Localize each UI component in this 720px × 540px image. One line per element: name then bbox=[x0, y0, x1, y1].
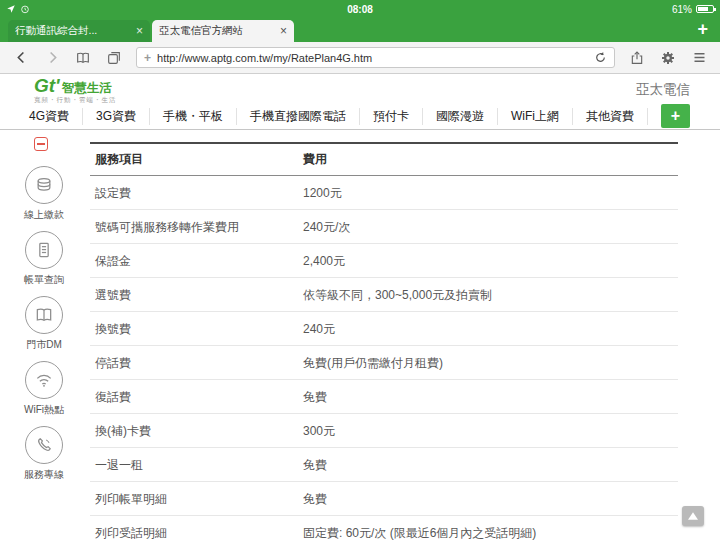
table-row: 換(補)卡費 300元 bbox=[90, 414, 678, 448]
cell-fee: 免費 bbox=[298, 380, 678, 413]
fee-line-1: 固定費: 60元/次 (限最近6個月內之受話明細) bbox=[303, 526, 536, 540]
sidebar-item-online-payment[interactable]: 線上繳款 bbox=[24, 166, 64, 222]
sidebar-item-label: WiFi熱點 bbox=[24, 403, 64, 417]
scroll-to-top-button[interactable] bbox=[682, 506, 704, 526]
rate-table: 服務項目 費用 設定費 1200元 號碼可攜服務移轉作業費用 240元/次 保證… bbox=[90, 142, 678, 540]
cell-fee: 2,400元 bbox=[298, 244, 678, 277]
nav-item-prepaid[interactable]: 預付卡 bbox=[360, 108, 423, 125]
logo-gt: Gt' bbox=[34, 76, 60, 95]
column-header-fee: 費用 bbox=[298, 144, 678, 175]
cell-fee: 240元/次 bbox=[298, 210, 678, 243]
bookmarks-icon[interactable] bbox=[74, 49, 92, 67]
nav-item-devices[interactable]: 手機・平板 bbox=[150, 108, 237, 125]
nav-item-idd[interactable]: 手機直撥國際電話 bbox=[237, 108, 360, 125]
sidebar-item-label: 線上繳款 bbox=[24, 208, 64, 222]
bill-icon bbox=[25, 231, 63, 269]
url-bar[interactable]: + http://www.aptg.com.tw/my/RatePlan4G.h… bbox=[136, 47, 615, 68]
logo-name: 智慧生活 bbox=[62, 82, 112, 95]
column-header-service: 服務項目 bbox=[90, 144, 298, 175]
site-logo[interactable]: Gt' 智慧生活 寬頻・行動・雲端・生活 bbox=[34, 76, 117, 104]
table-row: 換號費 240元 bbox=[90, 312, 678, 346]
table-row: 列印帳單明細 免費 bbox=[90, 482, 678, 516]
table-row: 保證金 2,400元 bbox=[90, 244, 678, 278]
nav-item-roaming[interactable]: 國際漫遊 bbox=[423, 108, 498, 125]
tab-strip: 行動通訊綜合封... × 亞太電信官方網站 × + bbox=[0, 18, 720, 42]
site-nav: 4G資費 3G資費 手機・平板 手機直撥國際電話 預付卡 國際漫遊 WiFi上網… bbox=[0, 103, 720, 130]
table-row: 號碼可攜服務移轉作業費用 240元/次 bbox=[90, 210, 678, 244]
battery-percent: 61% bbox=[672, 4, 692, 15]
table-row: 一退一租 免費 bbox=[90, 448, 678, 482]
cell-service: 選號費 bbox=[90, 278, 298, 311]
book-icon bbox=[25, 296, 63, 334]
page-icon: + bbox=[144, 51, 151, 65]
nav-item-4g[interactable]: 4G資費 bbox=[16, 108, 83, 125]
back-icon[interactable] bbox=[12, 49, 30, 67]
coins-icon bbox=[25, 166, 63, 204]
nav-add-button[interactable]: + bbox=[661, 104, 690, 128]
quicklink-sidebar: 線上繳款 帳單查詢 門市DM WiFi熱 bbox=[0, 130, 88, 514]
page-content: 線上繳款 帳單查詢 門市DM WiFi熱 bbox=[0, 130, 720, 514]
gear-icon[interactable] bbox=[659, 49, 677, 67]
tab-label: 亞太電信官方網站 bbox=[159, 24, 274, 38]
collapse-minus-button[interactable] bbox=[34, 137, 48, 151]
cell-fee: 免費 bbox=[298, 482, 678, 515]
cell-service: 列印受話明細 bbox=[90, 516, 298, 540]
nav-item-other[interactable]: 其他資費 bbox=[573, 108, 648, 125]
tab-label: 行動通訊綜合封... bbox=[15, 24, 130, 38]
cell-fee: 固定費: 60元/次 (限最近6個月內之受話明細) 查詢費: 5元/每號每月 bbox=[298, 516, 678, 540]
menu-icon[interactable] bbox=[690, 49, 708, 67]
table-header-row: 服務項目 費用 bbox=[90, 144, 678, 176]
share-icon[interactable] bbox=[628, 49, 646, 67]
browser-toolbar: + http://www.aptg.com.tw/my/RatePlan4G.h… bbox=[0, 42, 720, 74]
browser-tab-1[interactable]: 行動通訊綜合封... × bbox=[8, 20, 150, 42]
status-bar: 08:08 61% bbox=[0, 0, 720, 18]
table-row: 選號費 依等級不同，300~5,000元及拍賣制 bbox=[90, 278, 678, 312]
cell-service: 換(補)卡費 bbox=[90, 414, 298, 447]
cell-fee: 免費 bbox=[298, 448, 678, 481]
table-row: 復話費 免費 bbox=[90, 380, 678, 414]
wifi-icon bbox=[25, 361, 63, 399]
battery-icon bbox=[696, 5, 714, 13]
sidebar-item-label: 帳單查詢 bbox=[24, 273, 64, 287]
cell-fee: 依等級不同，300~5,000元及拍賣制 bbox=[298, 278, 678, 311]
reload-icon[interactable] bbox=[594, 51, 607, 64]
sidebar-item-service-line[interactable]: 服務專線 bbox=[24, 426, 64, 482]
brand-name: 亞太電信 bbox=[636, 81, 690, 99]
sidebar-item-store-dm[interactable]: 門市DM bbox=[25, 296, 63, 352]
arrow-up-icon bbox=[688, 512, 698, 520]
cell-service: 保證金 bbox=[90, 244, 298, 277]
cell-service: 停話費 bbox=[90, 346, 298, 379]
new-tab-button[interactable]: + bbox=[697, 20, 708, 38]
sidebar-item-bill-inquiry[interactable]: 帳單查詢 bbox=[24, 231, 64, 287]
cell-fee: 免費(用戶仍需繳付月租費) bbox=[298, 346, 678, 379]
status-time: 08:08 bbox=[0, 4, 720, 15]
nav-item-wifi[interactable]: WiFi上網 bbox=[498, 108, 573, 125]
tab-switcher-icon[interactable] bbox=[105, 49, 123, 67]
cell-service: 設定費 bbox=[90, 176, 298, 209]
cell-fee: 1200元 bbox=[298, 176, 678, 209]
close-icon[interactable]: × bbox=[136, 24, 143, 38]
phone-icon bbox=[25, 426, 63, 464]
close-icon[interactable]: × bbox=[280, 24, 287, 38]
site-header: Gt' 智慧生活 寬頻・行動・雲端・生活 亞太電信 bbox=[0, 74, 720, 103]
forward-icon[interactable] bbox=[43, 49, 61, 67]
cell-service: 復話費 bbox=[90, 380, 298, 413]
browser-tab-2-active[interactable]: 亞太電信官方網站 × bbox=[152, 20, 294, 42]
nav-item-3g[interactable]: 3G資費 bbox=[83, 108, 150, 125]
cell-service: 號碼可攜服務移轉作業費用 bbox=[90, 210, 298, 243]
sidebar-item-label: 門市DM bbox=[25, 338, 63, 352]
sidebar-item-wifi-hotspot[interactable]: WiFi熱點 bbox=[24, 361, 64, 417]
cell-fee: 300元 bbox=[298, 414, 678, 447]
sidebar-item-label: 服務專線 bbox=[24, 468, 64, 482]
cell-service: 列印帳單明細 bbox=[90, 482, 298, 515]
cell-service: 換號費 bbox=[90, 312, 298, 345]
cell-fee: 240元 bbox=[298, 312, 678, 345]
table-row: 停話費 免費(用戶仍需繳付月租費) bbox=[90, 346, 678, 380]
table-row: 設定費 1200元 bbox=[90, 176, 678, 210]
table-row: 列印受話明細 固定費: 60元/次 (限最近6個月內之受話明細) 查詢費: 5元… bbox=[90, 516, 678, 540]
url-text[interactable]: http://www.aptg.com.tw/my/RatePlan4G.htm bbox=[157, 52, 588, 64]
main-panel: 服務項目 費用 設定費 1200元 號碼可攜服務移轉作業費用 240元/次 保證… bbox=[88, 130, 720, 514]
cell-service: 一退一租 bbox=[90, 448, 298, 481]
